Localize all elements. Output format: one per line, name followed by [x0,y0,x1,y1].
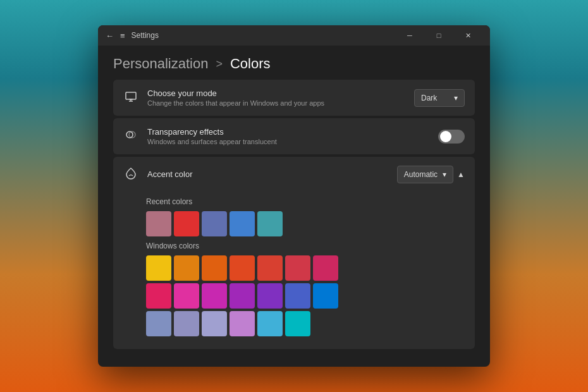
breadcrumb-personalization[interactable]: Personalization [113,56,208,72]
color-swatch[interactable] [257,283,283,309]
accent-value: Automatic [404,170,438,179]
color-swatch[interactable] [202,211,227,236]
accent-icon [123,167,138,183]
color-swatch[interactable] [202,311,227,336]
maximize-button[interactable]: □ [424,25,453,46]
titlebar-title: Settings [132,31,159,40]
windows-colors-row1 [146,255,465,281]
color-swatch[interactable] [174,211,199,236]
content-area: Choose your mode Change the colors that … [98,80,490,367]
mode-setting-left: Choose your mode Change the colors that … [123,89,324,107]
color-swatch[interactable] [230,311,255,336]
mode-dropdown-chevron: ▾ [454,94,458,102]
color-swatch[interactable] [313,255,338,281]
mode-dropdown[interactable]: Dark ▾ [414,89,465,107]
color-swatch[interactable] [146,211,171,236]
page-header: Personalization > Colors [98,46,490,80]
titlebar-controls: ─ □ ✕ [395,25,482,46]
accent-right: Automatic ▾ ▲ [397,166,465,183]
breadcrumb-separator: > [216,58,223,71]
accent-dropdown-chevron: ▾ [443,170,446,179]
color-swatch[interactable] [230,255,255,281]
color-swatch[interactable] [257,211,283,236]
transparency-setting-left: Transparency effects Windows and surface… [123,127,277,145]
color-swatch[interactable] [285,283,310,309]
accent-body: Recent colors Windows colors [113,197,475,349]
windows-colors-row2 [146,283,465,309]
color-swatch[interactable] [285,255,310,281]
color-swatch[interactable] [174,311,199,336]
titlebar-left: ← ≡ Settings [106,31,395,40]
accent-section: Accent color Automatic ▾ ▲ Recent colors… [113,157,475,349]
mode-setting-row: Choose your mode Change the colors that … [113,80,475,116]
settings-window: ← ≡ Settings ─ □ ✕ Personalization > Col… [98,25,490,367]
transparency-icon [123,128,138,144]
transparency-toggle[interactable] [438,130,465,144]
accent-header: Accent color Automatic ▾ ▲ [113,157,475,192]
color-swatch[interactable] [146,283,171,309]
transparency-setting-row: Transparency effects Windows and surface… [113,118,475,154]
color-swatch[interactable] [202,283,227,309]
accent-title: Accent color [147,169,193,179]
color-swatch[interactable] [230,283,255,309]
transparency-text: Transparency effects Windows and surface… [147,127,277,145]
transparency-desc: Windows and surfaces appear translucent [147,138,277,145]
windows-colors-row3 [146,311,465,336]
color-swatch[interactable] [174,255,199,281]
accent-collapse-icon[interactable]: ▲ [457,170,465,179]
windows-colors-label: Windows colors [146,242,465,250]
color-swatch[interactable] [313,283,338,309]
color-swatch[interactable] [174,283,199,309]
color-swatch[interactable] [230,211,255,236]
color-swatch[interactable] [146,255,171,281]
accent-header-left: Accent color [123,167,193,183]
menu-icon[interactable]: ≡ [120,31,125,40]
transparency-title: Transparency effects [147,127,277,137]
svg-rect-0 [126,92,136,99]
color-swatch[interactable] [285,311,310,336]
recent-colors-label: Recent colors [146,197,465,206]
color-swatch[interactable] [257,311,283,336]
accent-dropdown[interactable]: Automatic ▾ [397,166,453,183]
color-swatch[interactable] [202,255,227,281]
color-swatch[interactable] [257,255,283,281]
mode-value: Dark [421,94,437,102]
mode-desc: Change the colors that appear in Windows… [147,99,324,107]
mode-text: Choose your mode Change the colors that … [147,89,324,107]
close-button[interactable]: ✕ [453,25,482,46]
mode-icon [123,90,138,106]
minimize-button[interactable]: ─ [395,25,424,46]
back-icon[interactable]: ← [106,31,114,40]
recent-colors-grid [146,211,465,236]
titlebar: ← ≡ Settings ─ □ ✕ [98,25,490,46]
color-swatch[interactable] [146,311,171,336]
mode-title: Choose your mode [147,89,324,98]
breadcrumb-colors: Colors [230,56,271,72]
